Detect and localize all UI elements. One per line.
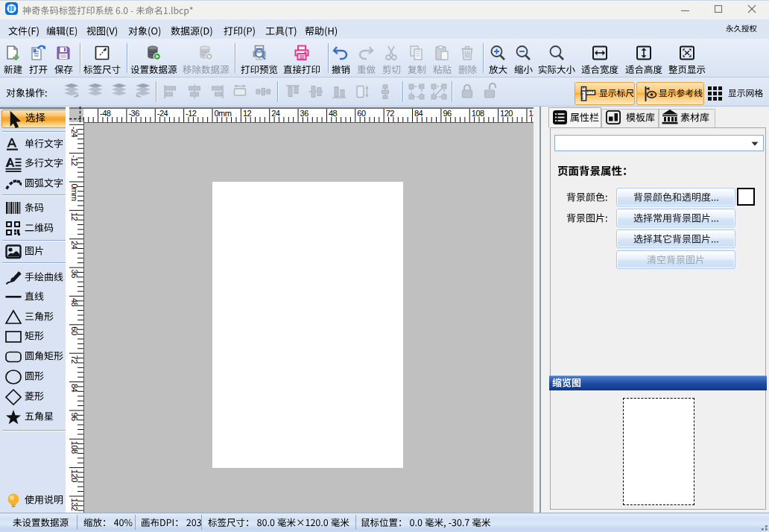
svg-text:24: 24 xyxy=(70,241,79,250)
svg-text:-36: -36 xyxy=(128,109,139,118)
svg-text:48: 48 xyxy=(70,298,79,307)
svg-text:60: 60 xyxy=(70,326,79,335)
svg-text:12: 12 xyxy=(243,109,252,118)
svg-text:84: 84 xyxy=(414,109,423,118)
svg-text:36: 36 xyxy=(300,109,309,118)
svg-text:12: 12 xyxy=(70,212,79,221)
svg-text:108: 108 xyxy=(472,109,484,118)
svg-text:48: 48 xyxy=(329,109,338,118)
svg-text:108: 108 xyxy=(70,441,79,454)
svg-text:-48: -48 xyxy=(100,109,111,118)
svg-text:-12: -12 xyxy=(186,109,197,118)
svg-text:84: 84 xyxy=(70,384,79,393)
svg-text:120: 120 xyxy=(70,469,79,482)
svg-text:72: 72 xyxy=(386,109,395,118)
svg-text:132: 132 xyxy=(70,498,79,511)
svg-text:-24: -24 xyxy=(70,127,79,138)
svg-text:96: 96 xyxy=(70,412,79,421)
svg-text:96: 96 xyxy=(443,109,452,118)
svg-text:24: 24 xyxy=(271,109,280,118)
svg-text:120: 120 xyxy=(500,109,513,118)
svg-text:36: 36 xyxy=(70,270,79,279)
svg-text:72: 72 xyxy=(70,355,79,364)
svg-text:-12: -12 xyxy=(70,155,79,166)
svg-text:60: 60 xyxy=(357,109,366,118)
svg-text:0mm: 0mm xyxy=(215,109,232,118)
svg-text:0mm: 0mm xyxy=(70,184,79,201)
svg-text:-24: -24 xyxy=(157,109,168,118)
